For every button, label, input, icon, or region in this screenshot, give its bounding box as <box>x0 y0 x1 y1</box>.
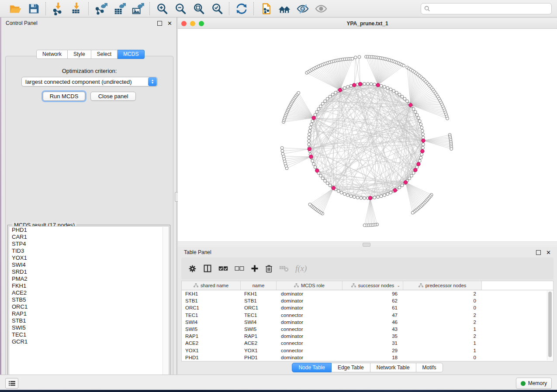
network-node[interactable] <box>337 189 340 193</box>
network-node[interactable] <box>414 110 417 113</box>
network-node[interactable] <box>360 196 363 199</box>
mcds-hub-node[interactable] <box>393 189 397 192</box>
column-header-predecessor-nodes[interactable]: predecessor nodes <box>403 281 482 290</box>
mcds-result-item[interactable]: ACE2 <box>9 289 169 296</box>
network-node[interactable] <box>346 86 349 89</box>
network-node[interactable] <box>418 120 421 123</box>
mcds-result-item[interactable]: PHD1 <box>9 227 169 234</box>
network-node[interactable] <box>343 193 346 196</box>
mcds-result-item[interactable]: SWI5 <box>9 324 169 331</box>
network-node[interactable] <box>401 95 404 98</box>
network-node[interactable] <box>419 123 422 126</box>
hide-selected-button[interactable] <box>295 2 310 16</box>
table-row[interactable]: ORC1ORC1dominator610 <box>182 304 553 311</box>
network-node[interactable] <box>367 83 370 86</box>
mcds-hub-node[interactable] <box>376 83 380 87</box>
network-node[interactable] <box>419 156 422 159</box>
table-row[interactable]: RAP1RAP1dominator352 <box>182 333 553 340</box>
tab-network-table[interactable]: Network Table <box>370 363 416 372</box>
import-network-button[interactable] <box>51 2 66 16</box>
network-node[interactable] <box>386 193 389 196</box>
column-header-name[interactable]: name <box>241 281 277 290</box>
table-row[interactable]: PHD1PHD1dominator180 <box>182 354 553 361</box>
mcds-result-item[interactable]: STB1 <box>9 317 169 324</box>
mcds-result-item[interactable]: SWI4 <box>9 261 169 268</box>
network-node[interactable] <box>420 126 423 129</box>
delete-column-button[interactable] <box>265 265 273 273</box>
close-table-panel-icon[interactable]: ✕ <box>546 250 551 255</box>
mcds-result-item[interactable]: GCR1 <box>9 338 169 345</box>
network-node[interactable] <box>343 86 346 89</box>
mcds-hub-node[interactable] <box>417 162 420 166</box>
network-node[interactable] <box>412 107 415 110</box>
zoom-in-button[interactable] <box>155 2 170 16</box>
network-node[interactable] <box>389 88 392 91</box>
network-node[interactable] <box>309 126 312 129</box>
tab-mcds[interactable]: MCDS <box>118 50 145 59</box>
network-node[interactable] <box>312 162 315 165</box>
column-header-shared-name[interactable]: shared name <box>182 281 241 290</box>
mcds-hub-node[interactable] <box>309 155 313 158</box>
network-node[interactable] <box>317 107 320 110</box>
network-node[interactable] <box>398 93 401 96</box>
network-node[interactable] <box>370 83 373 86</box>
tab-motifs[interactable]: Motifs <box>416 363 443 372</box>
network-node[interactable] <box>308 136 311 139</box>
mcds-hub-node[interactable] <box>421 149 424 153</box>
network-node[interactable] <box>311 120 314 123</box>
network-node[interactable] <box>354 56 357 59</box>
mcds-hub-node[interactable] <box>358 83 362 86</box>
network-node[interactable] <box>398 186 401 189</box>
export-table-button[interactable] <box>112 2 127 16</box>
network-node[interactable] <box>422 146 425 149</box>
float-table-panel-icon[interactable] <box>536 250 541 255</box>
mcds-hub-node[interactable] <box>308 147 311 151</box>
search-input[interactable] <box>433 5 548 12</box>
network-node[interactable] <box>392 89 395 93</box>
network-node[interactable] <box>446 117 449 120</box>
mcds-result-item[interactable]: FKH1 <box>9 282 169 289</box>
network-node[interactable] <box>329 184 332 187</box>
column-header-mcds-role[interactable]: MCDS role <box>277 281 343 290</box>
tab-select[interactable]: Select <box>91 50 118 59</box>
network-node[interactable] <box>308 129 311 132</box>
network-node[interactable] <box>380 84 383 87</box>
network-node[interactable] <box>311 159 314 162</box>
export-image-button[interactable] <box>130 2 145 16</box>
tab-edge-table[interactable]: Edge Table <box>332 363 370 372</box>
network-node[interactable] <box>410 174 413 177</box>
network-node[interactable] <box>408 177 411 180</box>
network-node[interactable] <box>363 197 366 200</box>
network-node[interactable] <box>280 146 284 149</box>
mcds-result-item[interactable]: STP4 <box>9 241 169 248</box>
table-row[interactable]: YOX1YOX1connector291 <box>182 347 553 354</box>
network-node[interactable] <box>403 97 406 100</box>
tab-node-table[interactable]: Node Table <box>292 363 332 372</box>
criterion-dropdown[interactable]: largest connected component (undirected)… <box>21 77 158 86</box>
network-node[interactable] <box>308 203 311 206</box>
show-all-button[interactable] <box>314 2 329 16</box>
network-node[interactable] <box>395 91 398 94</box>
search-box[interactable] <box>421 3 552 14</box>
float-panel-icon[interactable] <box>157 21 162 26</box>
table-row[interactable]: FKH1FKH1dominator962 <box>182 290 553 297</box>
network-window-titlebar[interactable]: YPA_prune.txt_1 <box>178 18 557 29</box>
table-scrollbar-track[interactable] <box>547 291 552 360</box>
mcds-hub-node[interactable] <box>422 139 425 142</box>
network-node[interactable] <box>308 133 311 136</box>
mcds-hub-node[interactable] <box>404 181 407 184</box>
import-table-button[interactable] <box>69 2 84 16</box>
mcds-hub-node[interactable] <box>315 169 319 172</box>
column-header-successor-nodes[interactable]: successor nodes ⌄ <box>343 281 403 290</box>
mcds-result-item[interactable]: PMA2 <box>9 275 169 282</box>
mcds-result-item[interactable]: SRD1 <box>9 268 169 275</box>
table-row[interactable]: SWI5SWI5connector431 <box>182 326 553 333</box>
table-row[interactable]: ACE2ACE2connector311 <box>182 340 553 347</box>
mcds-hub-node[interactable] <box>312 116 315 120</box>
network-node[interactable] <box>281 149 284 152</box>
mcds-result-item[interactable]: CAR1 <box>9 234 169 241</box>
network-node[interactable] <box>308 143 311 146</box>
network-node[interactable] <box>324 179 327 182</box>
network-node[interactable] <box>422 143 425 146</box>
network-node[interactable] <box>349 84 353 87</box>
